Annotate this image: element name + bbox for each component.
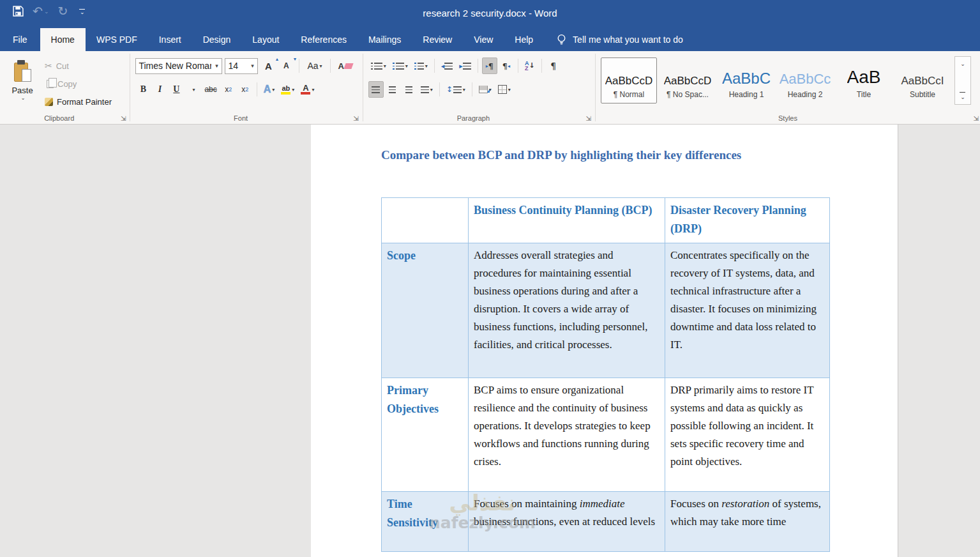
align-right-button[interactable] [402, 81, 417, 98]
tell-me-box[interactable]: Tell me what you want to do [548, 28, 692, 51]
paste-clipboard-icon [13, 60, 31, 82]
style-sample: AaBbC [722, 62, 771, 88]
show-paragraph-marks-button[interactable]: ¶ [546, 57, 561, 74]
table-header-row: Business Continuity Planning (BCP) Disas… [382, 198, 830, 243]
shrink-font-button[interactable]: A▼ [278, 57, 294, 74]
font-dialog-launcher-icon[interactable]: ⇲ [353, 115, 358, 122]
drp-cell[interactable]: Concentrates specifically on the recover… [665, 243, 830, 378]
tab-file[interactable]: File [0, 28, 40, 51]
text-highlight-button[interactable]: ab ▾ [278, 81, 297, 98]
change-case-button[interactable]: Aa▾ [305, 57, 324, 74]
table-header-empty-cell[interactable] [382, 198, 469, 243]
row-label-cell[interactable]: Primary Objectives [382, 378, 469, 492]
row-label-cell[interactable]: Time Sensitivity [382, 492, 469, 552]
grow-font-button[interactable]: A▲ [260, 57, 276, 74]
align-left-icon [372, 86, 380, 93]
superscript-button[interactable]: x2 [237, 81, 253, 98]
justify-button[interactable]: ▾ [418, 81, 435, 98]
left-to-right-text-button[interactable]: ▸¶ [482, 57, 497, 74]
tell-me-label: Tell me what you want to do [573, 34, 683, 45]
tab-wps-pdf[interactable]: WPS PDF [86, 28, 148, 51]
format-painter-button[interactable]: Format Painter [45, 95, 112, 109]
row-label-cell[interactable]: Scope [382, 243, 469, 378]
document-area: Compare between BCP and DRP by highlight… [0, 125, 980, 557]
style-sample: AaB [847, 62, 881, 88]
styles-dialog-launcher-icon[interactable]: ⇲ [974, 115, 979, 122]
cut-button[interactable]: ✂ Cut [45, 59, 112, 73]
paragraph-dialog-launcher-icon[interactable]: ⇲ [586, 115, 591, 122]
style-heading-1[interactable]: AaBbC Heading 1 [718, 57, 774, 103]
paragraph-group-label: Paragraph [363, 114, 584, 122]
strikethrough-button[interactable]: abc [202, 81, 219, 98]
style-name: Subtitle [910, 90, 935, 99]
bcp-cell[interactable]: Addresses overall strategies and procedu… [469, 243, 665, 378]
tab-view[interactable]: View [463, 28, 504, 51]
bcp-cell[interactable]: Focuses on maintaining immediate busines… [469, 492, 665, 552]
tab-design[interactable]: Design [192, 28, 242, 51]
font-color-button[interactable]: A ▾ [298, 81, 317, 98]
tab-insert[interactable]: Insert [148, 28, 192, 51]
line-spacing-icon: ↕ [446, 85, 462, 94]
underline-button[interactable]: U [169, 81, 184, 98]
style-subtitle[interactable]: AaBbCcI Subtitle [894, 57, 951, 103]
clear-formatting-button[interactable]: A [336, 57, 355, 74]
ribbon: Paste ⌄ ✂ Cut Copy Format Painter Clipbo… [0, 51, 980, 125]
bullet-list-icon [371, 63, 382, 70]
document-heading[interactable]: Compare between BCP and DRP by highlight… [381, 148, 790, 162]
window-title: research 2 security.docx - Word [0, 8, 980, 19]
tab-references[interactable]: References [290, 28, 358, 51]
right-to-left-text-button[interactable]: ¶◂ [499, 57, 514, 74]
tab-help[interactable]: Help [504, 28, 544, 51]
numbering-button[interactable]: ▾ [390, 57, 411, 74]
paste-dropdown-icon[interactable]: ⌄ [21, 95, 26, 101]
font-family-combobox[interactable]: Times New Romar ▾ [135, 58, 222, 74]
style-normal[interactable]: AaBbCcD ¶ Normal [601, 57, 657, 103]
font-family-dropdown-icon[interactable]: ▾ [211, 63, 222, 69]
line-spacing-button[interactable]: ↕▾ [444, 81, 468, 98]
align-left-button[interactable] [368, 81, 384, 98]
document-page[interactable]: Compare between BCP and DRP by highlight… [311, 125, 898, 557]
clipboard-group: Paste ⌄ ✂ Cut Copy Format Painter Clipbo… [0, 51, 130, 124]
styles-scroll-down-icon[interactable]: ⌄ [960, 61, 965, 67]
table-header-drp[interactable]: Disaster Recovery Planning (DRP) [665, 198, 830, 243]
eraser-icon [343, 63, 353, 69]
subscript-button[interactable]: x2 [221, 81, 236, 98]
tab-layout[interactable]: Layout [241, 28, 290, 51]
multilevel-list-icon [414, 63, 424, 70]
text-effects-button[interactable]: A▾ [261, 81, 278, 98]
align-center-button[interactable] [385, 81, 400, 98]
tab-mailings[interactable]: Mailings [358, 28, 412, 51]
table-header-bcp[interactable]: Business Continuity Planning (BCP) [469, 198, 665, 243]
bcp-cell[interactable]: BCP aims to ensure organizational resili… [469, 378, 665, 492]
font-size-dropdown-icon[interactable]: ▾ [247, 63, 257, 69]
style-no-spacing[interactable]: AaBbCcD ¶ No Spac... [660, 57, 716, 103]
styles-more-icon[interactable]: ⌄ [960, 92, 965, 100]
bullets-button[interactable]: ▾ [368, 57, 389, 74]
decrease-indent-button[interactable]: ◂ [439, 57, 456, 74]
style-title[interactable]: AaB Title [836, 57, 892, 103]
bold-button[interactable]: B [135, 81, 151, 98]
tab-home[interactable]: Home [40, 28, 86, 51]
drp-cell[interactable]: Focuses on restoration of systems, which… [665, 492, 830, 552]
lightbulb-icon [557, 34, 566, 46]
sort-button[interactable]: AZ↓ [522, 57, 538, 74]
clipboard-dialog-launcher-icon[interactable]: ⇲ [121, 115, 126, 122]
drp-cell[interactable]: DRP primarily aims to restore IT systems… [665, 378, 830, 492]
style-heading-2[interactable]: AaBbCc Heading 2 [777, 57, 833, 103]
font-size-combobox[interactable]: 14 ▾ [225, 58, 258, 74]
tab-review[interactable]: Review [412, 28, 463, 51]
font-group-label: Font [130, 114, 351, 122]
copy-icon [47, 80, 54, 88]
comparison-table[interactable]: Business Continuity Planning (BCP) Disas… [381, 197, 830, 552]
borders-button[interactable]: ▾ [495, 81, 513, 98]
underline-dropdown-icon[interactable]: ▾ [185, 81, 200, 98]
highlighter-icon: ab [281, 85, 290, 95]
italic-button[interactable]: I [152, 81, 167, 98]
style-sample: AaBbCcI [901, 62, 944, 88]
copy-button[interactable]: Copy [45, 77, 112, 91]
increase-indent-button[interactable]: ▸ [456, 57, 474, 74]
multilevel-list-button[interactable]: ▾ [412, 57, 430, 74]
paste-button[interactable]: Paste ⌄ [5, 56, 40, 109]
shading-button[interactable]: ▾ [476, 81, 494, 98]
title-bar: ↶ ⌄ ↻ ⌄ research 2 security.docx - Word [0, 0, 980, 28]
